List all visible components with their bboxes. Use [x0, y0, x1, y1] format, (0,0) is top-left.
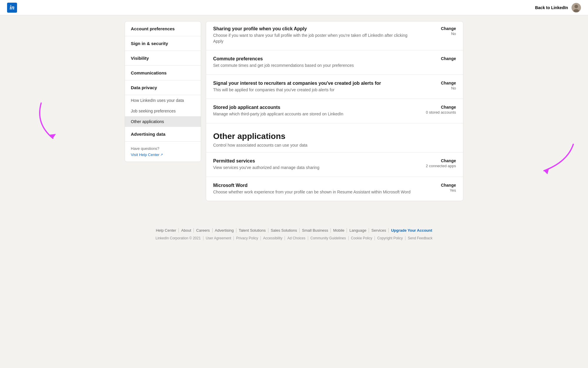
signal-desc: This will be applied for companies that …	[213, 87, 415, 93]
right-arrow-annotation	[526, 138, 579, 185]
footer-language[interactable]: Language	[347, 228, 369, 233]
footer-accessibility[interactable]: Accessibility	[261, 236, 285, 240]
other-applications-header: Other applications Control how associate…	[206, 123, 463, 152]
commute-title: Commute preferences	[213, 56, 415, 62]
sidebar-item-account-preferences[interactable]: Account preferences	[125, 21, 201, 36]
commute-right: Change	[427, 56, 456, 61]
sidebar-item-visibility[interactable]: Visibility	[125, 51, 201, 66]
footer-talent-solutions[interactable]: Talent Solutions	[236, 228, 268, 233]
commute-desc: Set commute times and get job recommenda…	[213, 63, 415, 69]
footer-advertising[interactable]: Advertising	[213, 228, 236, 233]
header-left: in	[7, 3, 17, 13]
permitted-services-status: 2 connected apps	[426, 164, 456, 168]
microsoft-word-right: Change Yes	[427, 183, 456, 193]
footer: Help Center About Careers Advertising Ta…	[0, 219, 588, 247]
footer-ad-choices[interactable]: Ad Choices	[285, 236, 308, 240]
microsoft-word-desc: Choose whether work experience from your…	[213, 189, 415, 195]
header-right: Back to LinkedIn	[535, 3, 581, 12]
svg-point-1	[574, 5, 578, 8]
microsoft-word-left: Microsoft Word Choose whether work exper…	[213, 183, 427, 195]
left-arrow-annotation	[18, 100, 76, 147]
sidebar-item-sign-in-security[interactable]: Sign in & security	[125, 36, 201, 51]
sidebar: Account preferences Sign in & security V…	[125, 21, 201, 162]
microsoft-word-title: Microsoft Word	[213, 183, 415, 188]
permitted-services-desc: View services you've authorized and mana…	[213, 165, 414, 171]
signal-interest-row: Signal your interest to recruiters at co…	[206, 75, 463, 99]
sharing-profile-right: Change No	[427, 26, 456, 36]
sharing-profile-status: No	[427, 32, 456, 36]
sharing-profile-desc: Choose if you want to share your full pr…	[213, 33, 415, 44]
stored-accounts-desc: Manage which third-party job applicant a…	[213, 111, 414, 117]
footer-copyright-text: LinkedIn Corporation © 2021	[153, 236, 203, 240]
external-link-icon: ↗	[160, 153, 163, 157]
footer-services[interactable]: Services	[369, 228, 389, 233]
permitted-services-change[interactable]: Change	[426, 158, 456, 163]
content-card: Sharing your profile when you click Appl…	[206, 21, 463, 201]
svg-marker-3	[49, 134, 56, 138]
permitted-services-row: Permitted services View services you've …	[206, 152, 463, 177]
footer-about[interactable]: About	[179, 228, 194, 233]
help-text: Have questions?	[131, 146, 195, 151]
sharing-profile-change[interactable]: Change	[427, 26, 456, 31]
commute-change[interactable]: Change	[427, 56, 456, 61]
stored-accounts-left: Stored job applicant accounts Manage whi…	[213, 105, 426, 117]
sidebar-item-communications[interactable]: Communications	[125, 66, 201, 80]
signal-title: Signal your interest to recruiters at co…	[213, 81, 415, 86]
sidebar-item-other-applications[interactable]: Other applications	[125, 116, 201, 127]
sharing-profile-row: Sharing your profile when you click Appl…	[206, 21, 463, 50]
visit-help-center-link[interactable]: Visit Help Center ↗	[131, 152, 195, 157]
commute-preferences-row: Commute preferences Set commute times an…	[206, 50, 463, 75]
footer-small-business[interactable]: Small Business	[300, 228, 331, 233]
sharing-profile-title: Sharing your profile when you click Appl…	[213, 26, 415, 32]
permitted-services-title: Permitted services	[213, 158, 414, 164]
sidebar-item-how-linkedin-uses-data[interactable]: How LinkedIn uses your data	[125, 95, 201, 106]
header: in Back to LinkedIn	[0, 0, 588, 15]
sidebar-item-data-privacy[interactable]: Data privacy	[125, 80, 201, 95]
commute-left: Commute preferences Set commute times an…	[213, 56, 427, 69]
sidebar-item-advertising-data[interactable]: Advertising data	[125, 127, 201, 142]
permitted-services-left: Permitted services View services you've …	[213, 158, 426, 171]
permitted-services-right: Change 2 connected apps	[426, 158, 456, 168]
footer-help-center[interactable]: Help Center	[153, 228, 179, 233]
signal-right: Change No	[427, 81, 456, 90]
microsoft-word-change[interactable]: Change	[427, 183, 456, 188]
stored-accounts-status: 0 stored accounts	[426, 110, 456, 115]
signal-status: No	[427, 86, 456, 90]
stored-accounts-right: Change 0 stored accounts	[426, 105, 456, 115]
signal-left: Signal your interest to recruiters at co…	[213, 81, 427, 93]
svg-marker-4	[544, 168, 549, 174]
footer-copyright-policy[interactable]: Copyright Policy	[375, 236, 405, 240]
footer-mobile[interactable]: Mobile	[331, 228, 347, 233]
linkedin-logo[interactable]: in	[7, 3, 17, 13]
footer-privacy-policy[interactable]: Privacy Policy	[234, 236, 261, 240]
microsoft-word-row: Microsoft Word Choose whether work exper…	[206, 177, 463, 201]
avatar-image	[572, 3, 581, 12]
footer-user-agreement[interactable]: User Agreement	[203, 236, 234, 240]
other-applications-title: Other applications	[213, 132, 456, 141]
stored-accounts-change[interactable]: Change	[426, 105, 456, 110]
footer-links-row1: Help Center About Careers Advertising Ta…	[7, 228, 581, 233]
footer-careers[interactable]: Careers	[194, 228, 212, 233]
footer-send-feedback[interactable]: Send Feedback	[405, 236, 435, 240]
main-content: Sharing your profile when you click Appl…	[206, 21, 463, 201]
stored-accounts-row: Stored job applicant accounts Manage whi…	[206, 99, 463, 123]
stored-accounts-title: Stored job applicant accounts	[213, 105, 414, 110]
microsoft-word-status: Yes	[427, 188, 456, 193]
signal-change[interactable]: Change	[427, 81, 456, 85]
footer-cookie-policy[interactable]: Cookie Policy	[349, 236, 375, 240]
user-avatar[interactable]	[572, 3, 581, 12]
footer-community-guidelines[interactable]: Community Guidelines	[308, 236, 349, 240]
page-container: Account preferences Sign in & security V…	[118, 15, 470, 207]
back-to-linkedin-link[interactable]: Back to LinkedIn	[535, 5, 568, 10]
other-applications-desc: Control how associated accounts can use …	[213, 143, 456, 147]
footer-upgrade-account[interactable]: Upgrade Your Account	[389, 228, 435, 233]
sidebar-help: Have questions? Visit Help Center ↗	[125, 142, 201, 162]
sidebar-item-job-seeking-preferences[interactable]: Job seeking preferences	[125, 106, 201, 116]
sharing-profile-left: Sharing your profile when you click Appl…	[213, 26, 427, 44]
footer-sales-solutions[interactable]: Sales Solutions	[268, 228, 300, 233]
footer-links-row2: LinkedIn Corporation © 2021 User Agreeme…	[7, 236, 581, 240]
